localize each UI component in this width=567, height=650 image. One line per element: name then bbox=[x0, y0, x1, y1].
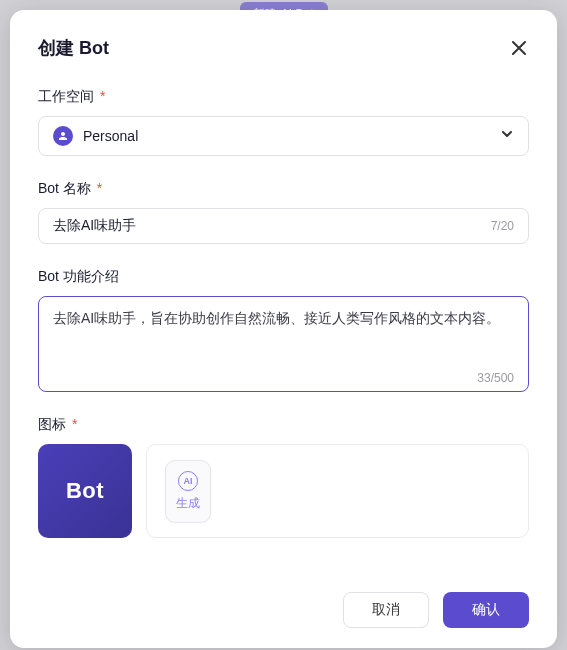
cancel-button[interactable]: 取消 bbox=[343, 592, 429, 628]
close-button[interactable] bbox=[509, 38, 529, 58]
chevron-down-icon bbox=[500, 127, 514, 145]
workspace-value: Personal bbox=[83, 128, 490, 144]
icon-generate-area: AI 生成 bbox=[146, 444, 529, 538]
bot-name-input-wrap: 7/20 bbox=[38, 208, 529, 244]
bot-desc-textarea[interactable] bbox=[53, 307, 514, 365]
create-bot-modal: 创建 Bot 工作空间 * Personal Bot 名称 * 7/20 Bot… bbox=[10, 10, 557, 648]
generate-icon-button[interactable]: AI 生成 bbox=[165, 460, 211, 523]
required-marker: * bbox=[68, 416, 77, 432]
bot-desc-label: Bot 功能介绍 bbox=[38, 268, 529, 286]
ai-icon: AI bbox=[178, 471, 198, 491]
required-marker: * bbox=[93, 180, 102, 196]
modal-title: 创建 Bot bbox=[38, 36, 109, 60]
modal-header: 创建 Bot bbox=[38, 36, 529, 60]
bot-desc-group: Bot 功能介绍 33/500 bbox=[38, 268, 529, 392]
bot-name-group: Bot 名称 * 7/20 bbox=[38, 180, 529, 244]
generate-label: 生成 bbox=[176, 495, 200, 512]
bot-name-counter: 7/20 bbox=[491, 219, 514, 233]
required-marker: * bbox=[96, 88, 105, 104]
user-icon bbox=[53, 126, 73, 146]
bot-name-input[interactable] bbox=[53, 218, 483, 234]
icon-group: 图标 * Bot AI 生成 bbox=[38, 416, 529, 538]
icon-preview[interactable]: Bot bbox=[38, 444, 132, 538]
modal-footer: 取消 确认 bbox=[38, 592, 529, 628]
close-icon bbox=[512, 41, 526, 55]
bot-desc-counter: 33/500 bbox=[53, 371, 514, 385]
workspace-label: 工作空间 * bbox=[38, 88, 529, 106]
icon-row: Bot AI 生成 bbox=[38, 444, 529, 538]
workspace-select[interactable]: Personal bbox=[38, 116, 529, 156]
bot-name-label: Bot 名称 * bbox=[38, 180, 529, 198]
confirm-button[interactable]: 确认 bbox=[443, 592, 529, 628]
icon-label: 图标 * bbox=[38, 416, 529, 434]
bot-desc-wrap: 33/500 bbox=[38, 296, 529, 392]
workspace-group: 工作空间 * Personal bbox=[38, 88, 529, 156]
